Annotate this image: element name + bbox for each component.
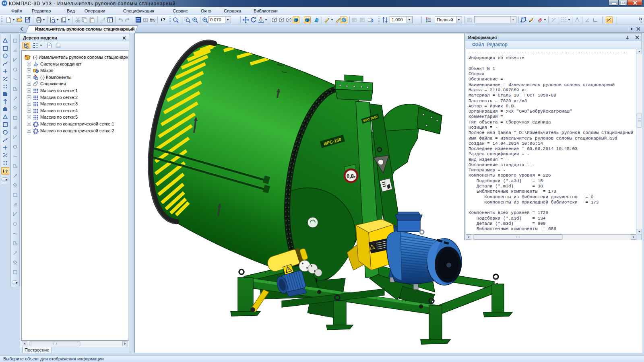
svg-text:f(x): f(x) — [150, 18, 156, 23]
svg-text:?: ? — [5, 169, 8, 174]
svg-text:?: ? — [163, 17, 165, 22]
